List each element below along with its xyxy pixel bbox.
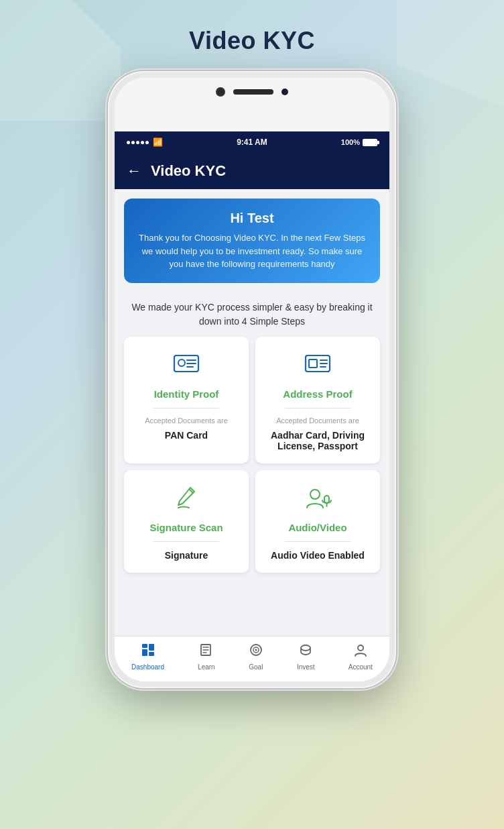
address-docs-label: Accepted Documents are	[276, 417, 359, 425]
camera-dot-icon	[281, 89, 288, 95]
address-proof-icon	[303, 349, 332, 383]
wifi-icon: 📶	[153, 137, 163, 147]
signature-docs-value: Signature	[165, 550, 208, 561]
welcome-text: Thank you for Choosing Video KYC. In the…	[136, 231, 368, 271]
svg-rect-6	[309, 360, 317, 368]
av-separator	[285, 541, 350, 542]
identity-separator	[153, 408, 218, 408]
page-title: Video KYC	[189, 27, 315, 55]
svg-point-1	[178, 360, 185, 366]
identity-proof-icon	[172, 349, 201, 383]
welcome-banner: Hi Test Thank you for Choosing Video KYC…	[124, 199, 380, 283]
battery-percent: 100%	[341, 138, 360, 146]
svg-point-23	[255, 649, 257, 651]
svg-rect-11	[324, 496, 329, 503]
invest-label: Invest	[297, 663, 315, 671]
step-card-audio-video[interactable]: Audio/Video Audio Video Enabled	[255, 470, 380, 573]
battery-fill	[364, 140, 376, 145]
phone-inner: 📶 9:41 AM 100% ← Video KYC Hi Test Thank…	[115, 78, 389, 681]
svg-rect-14	[149, 644, 154, 651]
learn-icon	[199, 643, 214, 661]
bottom-nav: Dashboard Learn	[115, 636, 389, 681]
invest-icon	[298, 643, 313, 661]
identity-docs-value: PAN Card	[165, 430, 208, 441]
status-time: 9:41 AM	[237, 137, 267, 147]
phone-frame: 📶 9:41 AM 100% ← Video KYC Hi Test Thank…	[108, 71, 396, 688]
status-right: 100%	[341, 138, 377, 146]
nav-goal[interactable]: Goal	[249, 643, 263, 671]
phone-top-area	[115, 78, 389, 131]
account-icon	[353, 643, 368, 661]
nav-dashboard[interactable]: Dashboard	[131, 643, 164, 671]
address-docs-value: Aadhar Card, Driving License, Passport	[263, 430, 372, 451]
address-proof-label: Address Proof	[283, 388, 352, 400]
signal-icon	[127, 141, 149, 144]
identity-proof-label: Identity Proof	[154, 388, 219, 400]
svg-point-25	[358, 645, 363, 651]
status-left: 📶	[127, 137, 163, 147]
svg-point-10	[310, 490, 320, 499]
svg-rect-16	[149, 652, 154, 656]
learn-label: Learn	[198, 663, 215, 671]
audio-video-icon	[303, 482, 332, 516]
bg-shape-right	[397, 0, 504, 107]
goal-icon	[249, 643, 263, 661]
notch-area	[216, 87, 288, 97]
audio-video-label: Audio/Video	[288, 522, 346, 533]
app-header: ← Video KYC	[115, 153, 389, 189]
front-camera-icon	[216, 87, 225, 97]
account-label: Account	[349, 663, 373, 671]
dashboard-label: Dashboard	[131, 663, 164, 671]
dashboard-icon	[141, 643, 155, 661]
av-docs-value: Audio Video Enabled	[271, 550, 365, 561]
step-card-signature[interactable]: Signature Scan Signature	[124, 470, 249, 573]
nav-learn[interactable]: Learn	[198, 643, 215, 671]
speaker	[233, 89, 273, 95]
bg-shape-left	[0, 0, 121, 121]
signature-scan-icon	[172, 482, 201, 516]
back-button[interactable]: ←	[127, 162, 141, 180]
signature-separator	[153, 541, 218, 542]
nav-account[interactable]: Account	[349, 643, 373, 671]
battery-icon	[363, 139, 377, 146]
steps-grid: Identity Proof Accepted Documents are PA…	[115, 337, 389, 579]
step-card-identity[interactable]: Identity Proof Accepted Documents are PA…	[124, 337, 249, 463]
svg-point-24	[301, 645, 310, 651]
header-title: Video KYC	[151, 162, 226, 180]
address-separator	[285, 408, 350, 408]
status-bar: 📶 9:41 AM 100%	[115, 131, 389, 153]
step-card-address[interactable]: Address Proof Accepted Documents are Aad…	[255, 337, 380, 463]
goal-label: Goal	[249, 663, 263, 671]
signature-scan-label: Signature Scan	[149, 522, 223, 533]
svg-rect-15	[142, 649, 147, 656]
subtitle-text: We made your KYC process simpler & easy …	[115, 292, 389, 337]
identity-docs-label: Accepted Documents are	[145, 417, 228, 425]
welcome-greeting: Hi Test	[136, 211, 368, 226]
nav-invest[interactable]: Invest	[297, 643, 315, 671]
svg-rect-13	[142, 644, 147, 648]
screen-content: Hi Test Thank you for Choosing Video KYC…	[115, 189, 389, 681]
